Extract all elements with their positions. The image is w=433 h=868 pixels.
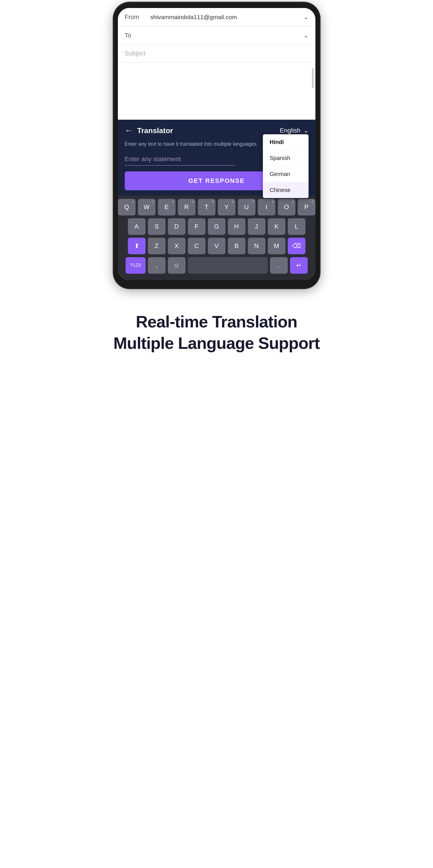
translator-title-group: ← Translator bbox=[125, 126, 173, 135]
translator-input[interactable] bbox=[125, 153, 235, 166]
translator-panel: ← Translator English ⌄ Hindi Spanish Ger… bbox=[118, 120, 315, 195]
bottom-title-line1: Real-time Translation bbox=[113, 311, 320, 332]
key-c[interactable]: C bbox=[188, 238, 205, 254]
key-o[interactable]: O9 bbox=[278, 199, 295, 215]
key-j[interactable]: J bbox=[248, 218, 265, 235]
scrollbar[interactable] bbox=[312, 68, 314, 88]
from-chevron-icon[interactable]: ⌄ bbox=[303, 13, 308, 21]
key-u[interactable]: U7 bbox=[238, 199, 256, 215]
phone-screen: From shivammaindola111@gmail.com ⌄ To ⌄ … bbox=[118, 8, 315, 280]
key-e[interactable]: E3 bbox=[158, 199, 175, 215]
key-shift[interactable]: ⬆ bbox=[128, 238, 145, 254]
to-chevron-icon[interactable]: ⌄ bbox=[303, 32, 308, 39]
from-row: From shivammaindola111@gmail.com ⌄ bbox=[118, 8, 315, 26]
dropdown-item-german[interactable]: German bbox=[263, 166, 308, 182]
key-m[interactable]: M bbox=[268, 238, 286, 254]
subject-placeholder: Subject bbox=[125, 50, 145, 57]
from-label: From bbox=[125, 13, 151, 21]
key-space[interactable] bbox=[188, 257, 268, 274]
key-g[interactable]: G bbox=[208, 218, 226, 235]
key-s[interactable]: S bbox=[148, 218, 166, 235]
keyboard-row-1: Q1 W2 E3 R4 T5 Y6 U7 I8 O9 P0 bbox=[120, 199, 313, 215]
key-t[interactable]: T5 bbox=[198, 199, 215, 215]
selected-language: English bbox=[280, 127, 300, 134]
key-numbers[interactable]: ?123 bbox=[126, 257, 145, 274]
language-dropdown-button[interactable]: English ⌄ bbox=[280, 127, 308, 134]
key-b[interactable]: B bbox=[228, 238, 245, 254]
key-f[interactable]: F bbox=[188, 218, 205, 235]
key-h[interactable]: H bbox=[228, 218, 245, 235]
key-y[interactable]: Y6 bbox=[218, 199, 235, 215]
key-d[interactable]: D bbox=[168, 218, 186, 235]
to-label: To bbox=[125, 32, 151, 39]
translator-header: ← Translator English ⌄ Hindi Spanish Ger… bbox=[125, 126, 308, 135]
key-r[interactable]: R4 bbox=[178, 199, 196, 215]
dropdown-item-spanish[interactable]: Spanish bbox=[263, 150, 308, 166]
key-p[interactable]: P0 bbox=[298, 199, 315, 215]
key-v[interactable]: V bbox=[208, 238, 226, 254]
key-backspace[interactable]: ⌫ bbox=[288, 238, 305, 254]
key-x[interactable]: X bbox=[168, 238, 186, 254]
key-comma[interactable]: , bbox=[148, 257, 166, 274]
language-dropdown-menu: Hindi Spanish German Chinese bbox=[263, 134, 308, 198]
dropdown-arrow-icon: ⌄ bbox=[303, 127, 308, 134]
keyboard: Q1 W2 E3 R4 T5 Y6 U7 I8 O9 P0 A S D F bbox=[118, 195, 315, 280]
dropdown-item-chinese[interactable]: Chinese bbox=[263, 182, 308, 198]
key-period[interactable]: . bbox=[270, 257, 288, 274]
keyboard-row-3: ⬆ Z X C V B N M ⌫ bbox=[120, 238, 313, 254]
keyboard-row-2: A S D F G H J K L bbox=[120, 218, 313, 235]
keyboard-row-4: ?123 , ☺ . ↵ bbox=[120, 257, 313, 274]
bottom-text: Real-time Translation Multiple Language … bbox=[96, 311, 337, 354]
key-n[interactable]: N bbox=[248, 238, 265, 254]
key-l[interactable]: L bbox=[288, 218, 305, 235]
key-emoji[interactable]: ☺ bbox=[168, 257, 186, 274]
key-q[interactable]: Q1 bbox=[118, 199, 136, 215]
key-k[interactable]: K bbox=[268, 218, 286, 235]
key-z[interactable]: Z bbox=[148, 238, 166, 254]
email-compose-area: From shivammaindola111@gmail.com ⌄ To ⌄ … bbox=[118, 8, 315, 120]
to-row[interactable]: To ⌄ bbox=[118, 26, 315, 44]
phone-shell: From shivammaindola111@gmail.com ⌄ To ⌄ … bbox=[114, 3, 320, 288]
translator-title: Translator bbox=[137, 126, 173, 135]
key-w[interactable]: W2 bbox=[138, 199, 156, 215]
dropdown-item-hindi[interactable]: Hindi bbox=[263, 134, 308, 150]
bottom-title-line2: Multiple Language Support bbox=[113, 332, 320, 354]
back-arrow-icon[interactable]: ← bbox=[125, 126, 133, 135]
key-a[interactable]: A bbox=[128, 218, 145, 235]
key-i[interactable]: I8 bbox=[258, 199, 275, 215]
key-enter[interactable]: ↵ bbox=[290, 257, 308, 274]
email-body[interactable] bbox=[118, 63, 315, 120]
from-value: shivammaindola111@gmail.com bbox=[151, 14, 303, 21]
subject-row[interactable]: Subject bbox=[118, 44, 315, 63]
